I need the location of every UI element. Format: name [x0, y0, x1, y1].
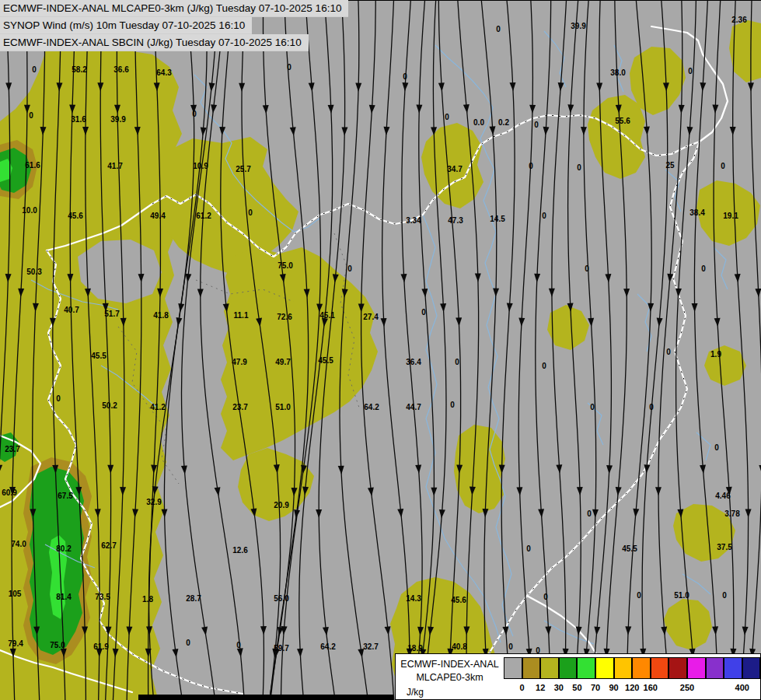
legend-color-box [540, 657, 559, 679]
legend-color-box [522, 657, 541, 679]
legend-color-box [651, 657, 669, 679]
legend-color-box [724, 657, 742, 679]
legend-color-box [559, 657, 578, 679]
legend-color-box [668, 657, 687, 679]
map-title-block: ECMWF-INDEX-ANAL MLCAPE0-3km (J/kg) Tues… [0, 0, 348, 51]
legend-tick-label: 90 [609, 683, 618, 692]
header-line-synop-wind: SYNOP Wind (m/s) 10m Tuesday 07-10-2025 … [0, 17, 252, 34]
map-canvas [0, 0, 761, 700]
legend-color-box [577, 657, 595, 679]
legend-color-box [614, 657, 633, 679]
header-line-sbcin: ECMWF-INDEX-ANAL SBCIN (J/kg) Tuesday 07… [0, 34, 309, 51]
legend-tick-label: 70 [591, 683, 600, 692]
color-legend: ECMWF-INDEX-ANAL MLCAPE0-3km J/kg 012305… [395, 653, 761, 700]
legend-color-box [706, 657, 724, 679]
legend-color-box [632, 657, 651, 679]
legend-color-box [504, 657, 522, 679]
bottom-black-bar [138, 695, 393, 700]
legend-tick-label: 120 [625, 683, 639, 692]
legend-tick-label: 12 [536, 683, 545, 692]
legend-unit: J/kg [407, 687, 424, 698]
legend-color-box [742, 657, 761, 679]
legend-color-box [595, 657, 614, 679]
legend-tick-label: 30 [554, 683, 564, 692]
legend-tick-label: 400 [735, 683, 749, 692]
header-line-mlcape: ECMWF-INDEX-ANAL MLCAPE0-3km (J/kg) Tues… [0, 0, 348, 17]
legend-tick-label: 0 [520, 683, 525, 692]
weather-map: 058.236.664.300039.92.3638.00031.639.900… [0, 0, 761, 700]
legend-tick-label: 50 [572, 683, 581, 692]
legend-title: ECMWF-INDEX-ANAL [396, 659, 504, 670]
legend-tick-label: 160 [644, 683, 658, 692]
legend-color-scale [504, 657, 760, 679]
legend-color-box [687, 657, 706, 679]
legend-subtitle: MLCAPE0-3km [396, 672, 504, 683]
legend-tick-label: 250 [680, 683, 694, 692]
